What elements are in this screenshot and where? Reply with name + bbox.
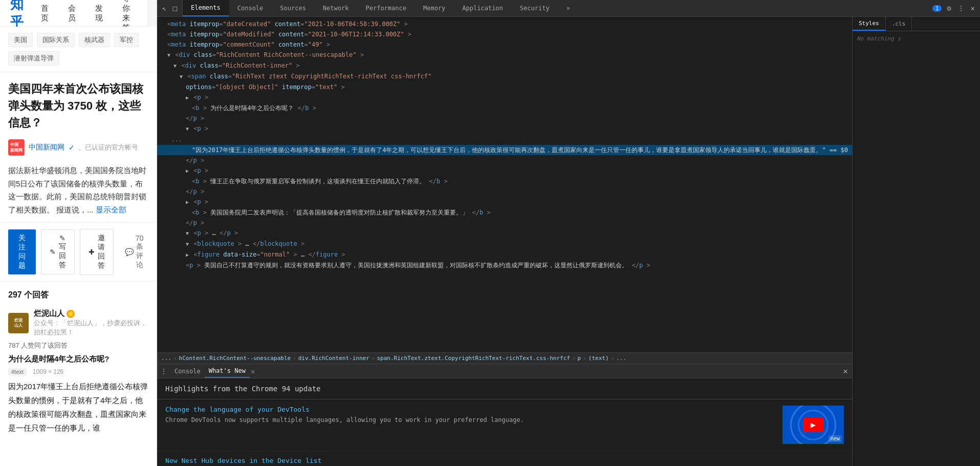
youtube-play-icon[interactable]: ▶ [803,418,823,432]
write-answer-button[interactable]: ✎ ✎ 写回答 [41,229,75,274]
dom-line[interactable]: <meta itemprop="dateCreated" content="20… [157,19,852,29]
article-meta: 中国新闻网 中国新闻网 ✓ , 已认证的官方帐号 [0,135,157,160]
devtools-tabs: Elements Console Sources Network Perform… [183,0,928,16]
drawer-content: Highlights from the Chrome 94 update Cha… [157,378,852,466]
tab-network[interactable]: Network [315,0,358,16]
dom-line[interactable]: ▼ <span class="RichText ztext CopyrightR… [157,71,852,82]
inspect-element-icon[interactable]: ↖ [161,3,167,13]
settings-icon[interactable]: ⚙ [946,3,952,13]
drawer-tab-whats-new[interactable]: What's New [205,364,250,378]
dom-line[interactable]: ▶ <figure data-size="normal" > … </figur… [157,249,852,260]
tab-sources[interactable]: Sources [272,0,315,16]
comment-icon: 💬 [125,248,134,256]
tab-security[interactable]: Security [512,0,558,16]
tab-memory[interactable]: Memory [415,0,454,16]
action-bar: 关注问题 ✎ ✎ 写回答 ✚ 邀请回答 💬 70 条评论 ✈ 分享 [0,222,157,282]
nav-vip[interactable]: 会员 [66,4,78,23]
dom-line[interactable]: <meta itemprop="commentCount" content="4… [157,39,852,50]
dom-line[interactable]: <b > 为什么是时隔4年之后公布呢？ </b > [157,103,852,113]
answer-coords: 1009 × 126 [33,368,63,375]
dom-line[interactable]: </p > [157,113,852,123]
devtools-toolbar: ↖ □ Elements Console Sources Network Per… [157,0,980,17]
dom-line[interactable]: <b > 懂王正在争取与俄罗斯重启军备控制谈判，这项谈判在懂王任内就陷入了停滞。… [157,176,852,186]
nav-home[interactable]: 首页 [39,4,51,23]
whats-new-item: Change the language of your DevTools Chr… [157,399,852,451]
drawer-tab-console[interactable]: Console [170,364,205,378]
follow-button[interactable]: 关注问题 [8,229,36,274]
invite-button[interactable]: ✚ 邀请回答 [80,229,114,275]
author-desc: 已认证的官方帐号 [85,143,138,152]
dom-line[interactable]: options="[object Object]" itemprop="text… [157,82,852,92]
answer-author-name[interactable]: 烂泥山人 ⭐ [34,309,148,319]
styles-tab-styles[interactable]: Styles [853,17,886,31]
tag-missile[interactable]: 潜射弹道导弹 [8,51,59,66]
breadcrumb-bar: ... › hContent.RichContent--unescapable … [157,352,852,364]
tab-performance[interactable]: Performance [357,0,415,16]
breadcrumb-item[interactable]: hContent.RichContent--unescapable [179,355,291,362]
device-toolbar-icon[interactable]: □ [172,3,178,13]
answer-body: 因为2017年懂王上台后拒绝遵循公布核弹头数量的惯例，于是就有了4年之后，他的核… [8,379,148,441]
dom-line[interactable]: </p > [157,218,852,228]
whats-new-text: Change the language of your DevTools Chr… [165,406,776,444]
share-button[interactable]: ✈ 分享 [155,235,157,269]
answer-author: 烂泥山人 烂泥山人 ⭐ 公众号：「烂泥山人」，抄袭必投诉，抬杠必拉黑！ [8,309,148,337]
whats-new-thumbnail: ▶ new [782,406,844,444]
zhihu-header: 知乎 首页 会员 发现 等你来答 大厂招计算机学生看 [0,0,157,27]
dom-line[interactable]: ▼ <p > [157,123,852,134]
dom-line[interactable]: ▼ <p > … </p > [157,228,852,239]
tab-console[interactable]: Console [229,0,272,16]
whats-new-text: New Nest Hub devices in the Device list … [165,457,844,466]
dom-line[interactable]: ▶ <p > [157,165,852,176]
dom-tree: <meta itemprop="dateCreated" content="20… [157,17,852,352]
dom-line-selected[interactable]: "因为2017年懂王上台后拒绝遵循公布核弹头数量的惯例，于是就有了4年之期，可以… [157,145,852,155]
drawer-close-all-icon[interactable]: ✕ [839,366,852,376]
tag-international[interactable]: 国际关系 [37,33,75,47]
answers-count: 297 个回答 [8,290,148,301]
styles-no-match: No matching s [853,31,980,46]
dom-line[interactable]: ▼ <blockquote > … </blockquote > [157,239,852,249]
comment-button[interactable]: 💬 70 条评论 [119,230,150,274]
dom-line[interactable]: <meta itemprop="dateModified" content="2… [157,29,852,39]
vertical-dots-icon[interactable]: ⋮ [956,3,966,13]
breadcrumb-item[interactable]: p [578,355,581,362]
dom-line[interactable]: ▶ <p > [157,92,852,103]
answer-author-sub: 公众号：「烂泥山人」，抄袭必投诉，抬杠必拉黑！ [34,319,148,337]
devtools-icon-group: ↖ □ [157,0,183,16]
breadcrumb-item[interactable]: span.RichText.ztext.CopyrightRichText-ri… [377,355,570,362]
styles-panel: Styles .cls No matching s [852,17,980,466]
breadcrumb-item[interactable]: (text) [589,355,609,362]
write-icon: ✎ [50,248,56,256]
dom-line[interactable]: <b > 美国国务院周二发表声明说：「提高各国核储备的透明度对防止核扩散和裁军努… [157,207,852,218]
tab-elements[interactable]: Elements [183,0,229,16]
close-devtools-icon[interactable]: ✕ [970,3,976,13]
dom-line[interactable]: ... [157,134,852,145]
tab-count-badge: 1 [932,5,942,12]
dom-line[interactable]: ▶ <p > [157,197,852,207]
whats-new-item-desc: Chrome DevTools now supports multiple la… [165,415,776,425]
tag-nuclear[interactable]: 核武器 [79,33,110,47]
dom-line[interactable]: ▼ <div class="RichContent-inner" > [157,60,852,71]
dom-line[interactable]: ▼ <div class="RichContent RichContent--u… [157,50,852,60]
whats-new-item-title[interactable]: New Nest Hub devices in the Device list [165,457,844,464]
nav-discover[interactable]: 发现 [93,4,105,23]
invite-icon: ✚ [89,248,95,256]
dom-line[interactable]: </p > [157,186,852,197]
show-all-button[interactable]: 显示全部 [96,205,126,214]
author-name[interactable]: 中国新闻网 [29,143,64,152]
tag-usa[interactable]: 美国 [8,33,33,47]
tab-application[interactable]: Application [454,0,511,16]
breadcrumb-item[interactable]: div.RichContent-inner [298,355,369,362]
devtools-right-icons: 1 ⚙ ⋮ ✕ [928,3,980,13]
whats-new-item-title[interactable]: Change the language of your DevTools [165,406,776,413]
answer-text-tag: #text [8,368,27,375]
tag-arms[interactable]: 军控 [114,33,139,47]
dom-line[interactable]: <p > 美国自己不打算遵守的规则，就没有资格要求别人遵守，美国拉拢澳洲和英国组… [157,260,852,270]
drawer-tab-close-icon[interactable]: ✕ [249,367,257,375]
drawer-tabs: ⋮ Console What's New ✕ ✕ [157,364,852,378]
tab-more[interactable]: » [558,0,579,16]
dom-line[interactable]: </p > [157,155,852,165]
breadcrumb-item[interactable]: ... [161,355,171,362]
styles-tab-cls[interactable]: .cls [886,17,912,31]
styles-header: Styles .cls [853,17,980,31]
drawer-vertical-dots-icon[interactable]: ⋮ [157,367,170,375]
